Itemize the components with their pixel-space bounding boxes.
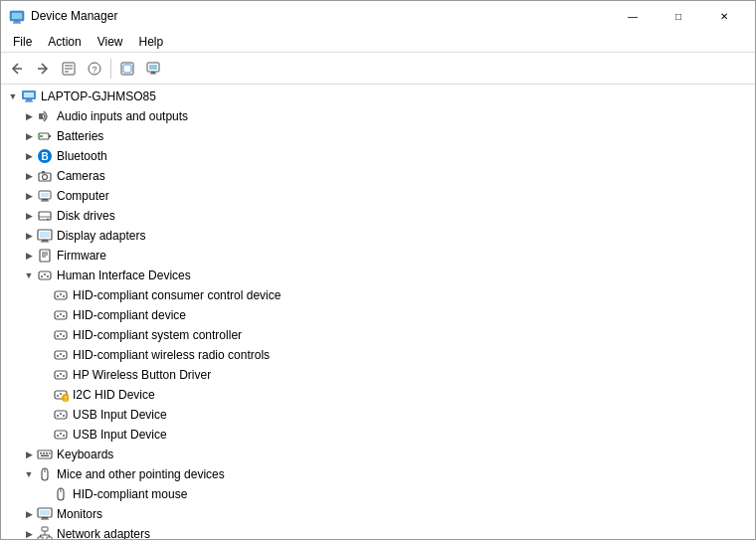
svg-rect-87 [46,452,48,454]
firmware-expand-icon: ▶ [21,248,37,264]
tree-item-batteries[interactable]: ▶ Batteries [1,126,755,146]
svg-point-68 [60,373,62,375]
disk-expand-icon: ▶ [21,208,37,224]
svg-point-61 [63,335,65,337]
mice-icon [37,466,53,482]
tree-item-hid[interactable]: ▼ Human Interface Devices [1,266,755,285]
tree-item-i2c-hid[interactable]: ! I2C HID Device [1,385,755,405]
menu-help[interactable]: Help [131,33,172,51]
tree-item-monitors[interactable]: ▶ Monitors [1,504,755,524]
minimize-button[interactable]: — [610,1,656,31]
tree-item-usb-input-1[interactable]: USB Input Device [1,405,755,425]
tree-item-hid-syscontroller[interactable]: HID-compliant system controller [1,325,755,345]
menu-file[interactable]: File [5,33,40,51]
svg-rect-84 [38,450,52,458]
svg-rect-21 [25,101,33,102]
svg-rect-96 [42,527,48,531]
usb2-expand [37,427,53,443]
hp-wireless-expand [37,367,53,383]
usb1-label: USB Input Device [73,408,167,422]
i2c-expand [37,387,53,403]
hid-wireless-icon [53,347,69,363]
kb-expand-icon: ▶ [21,447,37,462]
properties-button[interactable] [57,57,81,81]
hid-consumer-label: HID-compliant consumer control device [73,288,281,302]
hid-device-expand [37,307,53,323]
svg-rect-98 [47,537,52,539]
tree-item-computer[interactable]: ▶ Computer [1,186,755,206]
menu-view[interactable]: View [90,33,131,51]
svg-point-65 [63,355,65,357]
svg-rect-1 [12,13,22,19]
tree-item-audio[interactable]: ▶ Audio inputs and outputs [1,106,755,126]
cameras-expand-icon: ▶ [21,168,37,184]
batteries-expand-icon: ▶ [21,128,37,144]
hid-consumer-icon [53,287,69,303]
svg-point-79 [63,415,65,417]
usb2-icon [53,427,69,443]
hid-mouse-expand [37,486,53,502]
computer-label: Computer [57,189,109,203]
kb-label: Keyboards [57,448,113,461]
bluetooth-icon: B [37,148,53,164]
tree-item-disk[interactable]: ▶ Disk drives [1,206,755,226]
monitors-expand-icon: ▶ [21,506,37,522]
svg-rect-24 [40,135,43,137]
tree-item-keyboards[interactable]: ▶ Keyboards [1,445,755,464]
svg-point-52 [60,293,62,295]
computer-icon [21,89,37,104]
tree-root[interactable]: ▼ LAPTOP-GJHMSO85 [1,87,755,106]
monitors-label: Monitors [57,507,102,521]
i2c-label: I2C HID Device [73,388,155,402]
svg-rect-41 [41,242,49,243]
tree-item-hp-wireless[interactable]: HP Wireless Button Driver [1,365,755,385]
svg-text:B: B [41,151,48,162]
tree-item-cameras[interactable]: ▶ Cameras [1,166,755,186]
hid-mouse-icon [53,486,69,502]
maximize-button[interactable]: □ [656,1,701,31]
bluetooth-label: Bluetooth [57,149,107,163]
close-button[interactable]: ✕ [701,1,747,31]
tree-item-hid-wireless[interactable]: HID-compliant wireless radio controls [1,345,755,365]
bluetooth-expand-icon: ▶ [21,148,37,164]
svg-rect-86 [43,452,45,454]
back-button[interactable] [5,57,29,81]
svg-rect-30 [42,171,45,173]
scan-button[interactable] [115,57,139,81]
menu-bar: File Action View Help [1,31,755,53]
svg-point-37 [47,219,49,221]
tree-item-display[interactable]: ▶ Display adapters [1,226,755,246]
svg-point-29 [43,175,48,180]
svg-rect-97 [38,537,43,539]
tree-item-bluetooth[interactable]: ▶ B Bluetooth [1,146,755,166]
forward-button[interactable] [31,57,55,81]
help-button[interactable]: ? [83,57,106,81]
menu-action[interactable]: Action [40,33,89,51]
device-tree: ▼ LAPTOP-GJHMSO85 ▶ Audio inputs and out… [1,85,755,539]
tree-item-hid-device[interactable]: HID-compliant device [1,305,755,325]
svg-point-81 [57,435,59,437]
monitor-button[interactable] [141,57,165,81]
hid-expand-icon: ▼ [21,268,37,283]
hid-syscontroller-expand [37,327,53,343]
network-expand-icon: ▶ [21,526,37,539]
tree-item-hid-consumer[interactable]: HID-compliant consumer control device [1,285,755,305]
root-label: LAPTOP-GJHMSO85 [41,90,156,103]
svg-point-57 [63,315,65,317]
svg-rect-88 [49,452,51,454]
hp-wireless-label: HP Wireless Button Driver [73,368,211,382]
hid-syscontroller-label: HID-compliant system controller [73,328,242,342]
window-title: Device Manager [31,9,610,23]
i2c-warning-icon: ! [53,387,69,403]
tree-item-network[interactable]: ▶ Network adapters [1,524,755,539]
mice-label: Mice and other pointing devices [57,467,225,481]
svg-rect-13 [123,65,131,73]
tree-item-firmware[interactable]: ▶ Firmware [1,246,755,266]
tree-item-mice[interactable]: ▼ Mice and other pointing devices [1,464,755,484]
svg-point-69 [63,375,65,377]
tree-item-usb-input-2[interactable]: USB Input Device [1,425,755,445]
svg-point-67 [57,375,59,377]
svg-rect-15 [149,65,157,70]
usb1-icon [53,407,69,423]
tree-item-hid-mouse[interactable]: HID-compliant mouse [1,484,755,504]
